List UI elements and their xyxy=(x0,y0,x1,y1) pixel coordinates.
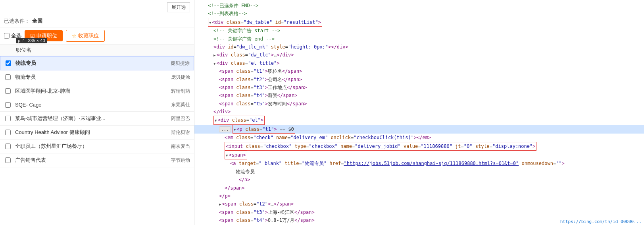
devtools-line[interactable]: <!-- 关键字广告 start --> xyxy=(194,27,644,35)
company-name: 斯伦贝谢 xyxy=(158,129,190,136)
company-name: 南京麦当 xyxy=(158,143,190,150)
devtools-line[interactable]: <div class="dw_tlc">…</div> xyxy=(194,51,644,59)
devtools-line[interactable]: </span> xyxy=(194,184,644,192)
job-name: 广告销售代表 xyxy=(15,157,158,164)
table-header: p.t1 335 × 40 职位名 xyxy=(0,45,194,56)
col-jobname-header: p.t1 335 × 40 职位名 xyxy=(16,47,190,54)
job-checkbox[interactable] xyxy=(4,116,12,121)
devtools-line[interactable]: 物流专员 xyxy=(194,168,644,176)
job-checkbox[interactable] xyxy=(4,60,12,66)
check-all-checkbox[interactable] xyxy=(4,33,10,39)
devtools-line[interactable]: </p> xyxy=(194,192,644,200)
company-name: 辉瑞制药 xyxy=(158,88,190,95)
job-checkbox[interactable] xyxy=(4,102,12,108)
job-name: 菜鸟-城市运营经理（济南）-末端事业... xyxy=(15,115,158,122)
devtools-line[interactable]: <span class="t4">薪资</span> xyxy=(194,91,644,99)
devtools-line[interactable]: <!--已选条件 END--> xyxy=(194,2,644,10)
job-checkbox[interactable] xyxy=(4,74,12,80)
devtools-line[interactable]: <span class="t3">工作地点</span> xyxy=(194,83,644,91)
devtools-line[interactable]: <a target="_blank" title="物流专员" href="ht… xyxy=(194,159,644,167)
job-row[interactable]: 全职员工（苏州星汇广场餐厅） 南京麦当 xyxy=(0,140,194,153)
job-row[interactable]: 菜鸟-城市运营经理（济南）-末端事业... 阿里巴巴 xyxy=(0,112,194,126)
company-name: 东莞莫仕 xyxy=(158,101,190,108)
devtools-line[interactable]: </div> xyxy=(194,108,644,116)
expand-button[interactable]: 展开选 xyxy=(167,2,190,12)
condition-value: 全国 xyxy=(32,17,42,25)
job-name: 区域医学顾问-北京-肿瘤 xyxy=(15,87,158,95)
top-bar: 展开选 xyxy=(0,0,194,15)
job-checkbox[interactable] xyxy=(4,130,12,135)
devtools-line[interactable]: <div class="el"> xyxy=(194,116,644,124)
devtools-line[interactable]: <div class="el title"> xyxy=(194,59,644,67)
condition-bar: 已选条件： 全国 xyxy=(0,15,194,27)
company-name: 庞贝捷涂 xyxy=(158,74,190,81)
devtools-line[interactable]: <span class="t5">发布时间</span> xyxy=(194,100,644,108)
job-name: Country Health Advisor 健康顾问 xyxy=(15,129,158,136)
devtools-line[interactable]: <!--列表表格--> xyxy=(194,10,644,17)
job-checkbox[interactable] xyxy=(4,144,12,149)
devtools-panel: <!--已选条件 END--><!--列表表格--><div class="dw… xyxy=(194,0,644,225)
left-panel: 展开选 已选条件： 全国 全选 ☑ 申请职位 ☆ 收藏职位 p.t1 335 ×… xyxy=(0,0,194,225)
job-row[interactable]: 物流专员 庞贝捷涂 xyxy=(0,56,194,70)
devtools-line[interactable]: </a> xyxy=(194,176,644,184)
job-list: 物流专员 庞贝捷涂 物流专员 庞贝捷涂 区域医学顾问-北京-肿瘤 辉瑞制药 SQ… xyxy=(0,56,194,225)
devtools-line[interactable]: <span> xyxy=(194,151,644,159)
devtools-line[interactable]: <!-- 关键字广告 end --> xyxy=(194,35,644,43)
collect-button[interactable]: ☆ 收藏职位 xyxy=(66,30,105,42)
job-name: 物流专员 xyxy=(15,60,158,67)
devtools-line[interactable]: <span class="t1">职位名</span> xyxy=(194,67,644,75)
devtools-line[interactable]: <span class="t3">上海-松江区</span> xyxy=(194,208,644,216)
devtools-line[interactable]: <div id="dw_tlc_mk" style="height: 0px;"… xyxy=(194,43,644,51)
devtools-line[interactable]: <em class="check" name="delivery_em" onc… xyxy=(194,134,644,142)
job-checkbox[interactable] xyxy=(4,88,12,94)
company-name: 字节跳动 xyxy=(158,157,190,164)
job-name: 全职员工（苏州星汇广场餐厅） xyxy=(15,143,158,150)
job-row[interactable]: 物流专员 庞贝捷涂 xyxy=(0,70,194,84)
condition-label: 已选条件： xyxy=(4,17,30,25)
job-row[interactable]: 广告销售代表 字节跳动 xyxy=(0,153,194,167)
job-row[interactable]: SQE- Cage 东莞莫仕 xyxy=(0,98,194,112)
ellipsis-button[interactable]: ... xyxy=(219,126,231,132)
devtools-line[interactable]: <span class="t2">公司名</span> xyxy=(194,76,644,83)
devtools-line[interactable]: <input class="checkbox" type="checkbox" … xyxy=(194,142,644,151)
devtools-line[interactable]: ...<p class="t1"> == $0 xyxy=(194,125,644,134)
company-name: 阿里巴巴 xyxy=(158,115,190,122)
tooltip-badge: p.t1 335 × 40 xyxy=(16,38,47,43)
job-checkbox[interactable] xyxy=(4,157,12,163)
job-name: 物流专员 xyxy=(15,74,158,81)
job-row[interactable]: 区域医学顾问-北京-肿瘤 辉瑞制药 xyxy=(0,84,194,98)
company-name: 庞贝捷涂 xyxy=(158,60,190,67)
devtools-line[interactable]: <div class="dw_table" id="resultList"> xyxy=(194,18,644,27)
devtools-line[interactable]: <span class="t2">…</span> xyxy=(194,200,644,208)
job-row[interactable]: Country Health Advisor 健康顾问 斯伦贝谢 xyxy=(0,126,194,140)
star-icon: ☆ xyxy=(72,33,77,39)
url-hint: https://bing.com/th/id_00000... xyxy=(560,219,642,224)
col-checkbox-header xyxy=(4,47,16,54)
job-name: SQE- Cage xyxy=(15,102,158,108)
